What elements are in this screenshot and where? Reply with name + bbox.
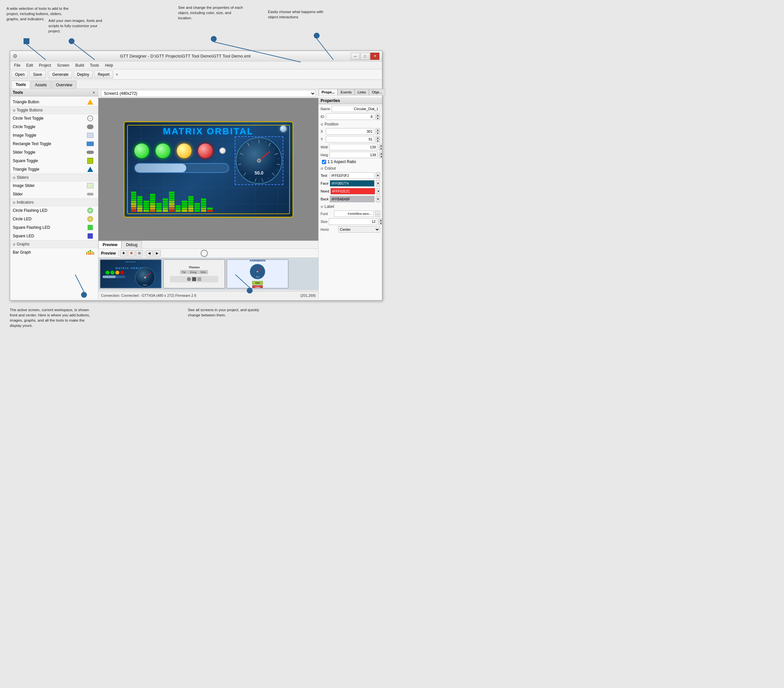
menu-project[interactable]: Project: [36, 63, 54, 68]
close-button[interactable]: ✕: [370, 53, 379, 60]
tool-circle-led[interactable]: Circle LED: [10, 215, 98, 223]
tool-bar-graph[interactable]: Bar Graph: [10, 248, 98, 257]
colour-section-toggle[interactable]: ⊙ Colour: [321, 165, 380, 171]
tool-circle-toggle[interactable]: Circle Toggle: [10, 123, 98, 131]
back-color-btn[interactable]: ▼: [376, 196, 380, 202]
back-color-input[interactable]: [330, 196, 374, 202]
theme-glossy-btn[interactable]: Glossy: [188, 270, 198, 274]
id-spin-down[interactable]: ▼: [376, 117, 380, 120]
anim-stop-btn[interactable]: Stop: [252, 285, 263, 289]
y-spin-down[interactable]: ▼: [376, 139, 380, 143]
width-input[interactable]: [329, 144, 377, 150]
preview-thumb-basic[interactable]: Animations -50.0 Start: [226, 259, 288, 289]
face-color-btn[interactable]: ▼: [376, 180, 380, 187]
deploy-button[interactable]: Deploy: [74, 71, 93, 79]
text-color-btn[interactable]: ▼: [376, 172, 380, 179]
width-spin-up[interactable]: ▲: [379, 144, 382, 147]
menu-file[interactable]: File: [12, 63, 23, 68]
tool-square-flashing-led[interactable]: Square Flashing LED: [10, 223, 98, 232]
size-spin-down[interactable]: ▼: [379, 222, 382, 225]
height-input[interactable]: [329, 151, 378, 158]
horiz-select[interactable]: Center: [338, 226, 380, 233]
preview-tab-debug[interactable]: Debug: [122, 241, 142, 249]
preview-forward-button[interactable]: ▶: [153, 250, 161, 257]
position-section-toggle[interactable]: ⊙ Position: [321, 121, 380, 127]
tab-assets[interactable]: Assets: [31, 81, 51, 89]
tool-image-slider[interactable]: Image Slider: [10, 181, 98, 190]
sliders-section[interactable]: ⊙ Sliders: [10, 174, 98, 181]
size-input[interactable]: [329, 218, 377, 225]
toggle-buttons-section[interactable]: ⊙ Toggle Buttons: [10, 106, 98, 114]
tool-square-led[interactable]: Square LED: [10, 232, 98, 240]
anim-start-btn[interactable]: Start: [252, 281, 263, 285]
props-tab-objects[interactable]: Obje...: [369, 89, 385, 95]
tool-slider-toggle[interactable]: Slider Toggle: [10, 148, 98, 156]
screen-select[interactable]: Screen1 (480x272): [101, 90, 316, 97]
menu-build[interactable]: Build: [72, 63, 87, 68]
bar-cell: [137, 196, 142, 198]
x-input[interactable]: [326, 128, 374, 135]
props-tab-properties[interactable]: Prope...: [319, 89, 338, 95]
report-button[interactable]: Report: [94, 71, 113, 79]
tool-rect-text-toggle[interactable]: Rectangle Text Toggle: [10, 140, 98, 148]
graphs-section[interactable]: ⊙ Graphs: [10, 240, 98, 248]
bar-cell: [194, 205, 200, 207]
theme-metro-btn[interactable]: Metro: [199, 270, 208, 274]
tab-tools[interactable]: Tools: [12, 81, 30, 89]
tab-overview[interactable]: Overview: [52, 81, 76, 89]
tool-slider[interactable]: Slider: [10, 190, 98, 198]
circle-flashing-led-label: Circle Flashing LED: [13, 208, 48, 213]
props-tab-events[interactable]: Events: [338, 89, 354, 95]
menu-edit[interactable]: Edit: [23, 63, 36, 68]
open-button[interactable]: Open: [12, 71, 28, 79]
preview-copy-button[interactable]: ⧉: [136, 250, 143, 257]
tool-triangle-toggle[interactable]: Triangle Toggle: [10, 165, 98, 174]
preview-delete-button[interactable]: ✖: [128, 250, 135, 257]
preview-back-button[interactable]: ◀: [146, 250, 153, 257]
id-input[interactable]: [326, 114, 374, 120]
height-spin-down[interactable]: ▼: [379, 155, 382, 158]
preview-thumb-screen1[interactable]: Screen1 MATRIX ORBITAL: [100, 259, 162, 289]
height-spin-up[interactable]: ▲: [379, 151, 382, 155]
canvas-area[interactable]: MATRIX ORBITAL: [98, 98, 318, 240]
mini-title-screen1: Screen1: [126, 261, 136, 263]
menu-tools[interactable]: Tools: [87, 63, 102, 68]
y-label: Y: [321, 137, 324, 141]
restore-button[interactable]: □: [361, 53, 370, 60]
y-input[interactable]: [326, 136, 374, 143]
preview-thumb-themes[interactable]: Themes Flat Glossy Metro: [163, 259, 225, 289]
name-input[interactable]: [332, 105, 380, 112]
menu-help[interactable]: Help: [102, 63, 116, 68]
label-section-toggle[interactable]: ⊙ Label: [321, 204, 380, 209]
menu-screen[interactable]: Screen: [54, 63, 72, 68]
y-spin-up[interactable]: ▲: [376, 136, 380, 139]
indicators-section[interactable]: ⊙ Indicators: [10, 198, 98, 206]
aspect-ratio-checkbox[interactable]: [322, 160, 326, 164]
tool-triangle-button[interactable]: Triangle Button: [10, 98, 98, 106]
tool-circle-text-toggle[interactable]: Circle Text Toggle i: [10, 114, 98, 123]
width-spin-down[interactable]: ▼: [379, 147, 382, 150]
preview-tab-preview[interactable]: Preview: [98, 241, 122, 249]
font-input[interactable]: [334, 211, 374, 217]
needle-color-input[interactable]: [330, 188, 375, 194]
bar-cell: [188, 203, 193, 205]
generate-button[interactable]: Generate: [49, 71, 72, 79]
preview-add-button[interactable]: ✚: [120, 250, 127, 257]
tool-image-toggle[interactable]: Image Toggle: [10, 131, 98, 140]
id-spin-up[interactable]: ▲: [376, 114, 380, 117]
props-tab-links[interactable]: Links: [354, 89, 369, 95]
x-spin-up[interactable]: ▲: [376, 128, 380, 132]
save-button[interactable]: Save: [30, 71, 45, 79]
font-browse-btn[interactable]: ...: [375, 211, 380, 217]
size-spin-up[interactable]: ▲: [379, 218, 382, 222]
text-color-input[interactable]: [330, 172, 374, 179]
face-color-input[interactable]: [330, 180, 374, 187]
x-spinner: ▲ ▼: [376, 128, 380, 135]
tools-scroll[interactable]: Triangle Button ⊙ Toggle Buttons Circle …: [10, 96, 98, 299]
x-spin-down[interactable]: ▼: [376, 132, 380, 135]
minimize-button[interactable]: ─: [351, 53, 360, 60]
needle-color-btn[interactable]: ▼: [377, 188, 380, 194]
tool-square-toggle[interactable]: Square Toggle: [10, 156, 98, 165]
theme-flat-btn[interactable]: Flat: [180, 270, 188, 274]
tool-circle-flashing-led[interactable]: Circle Flashing LED: [10, 206, 98, 215]
